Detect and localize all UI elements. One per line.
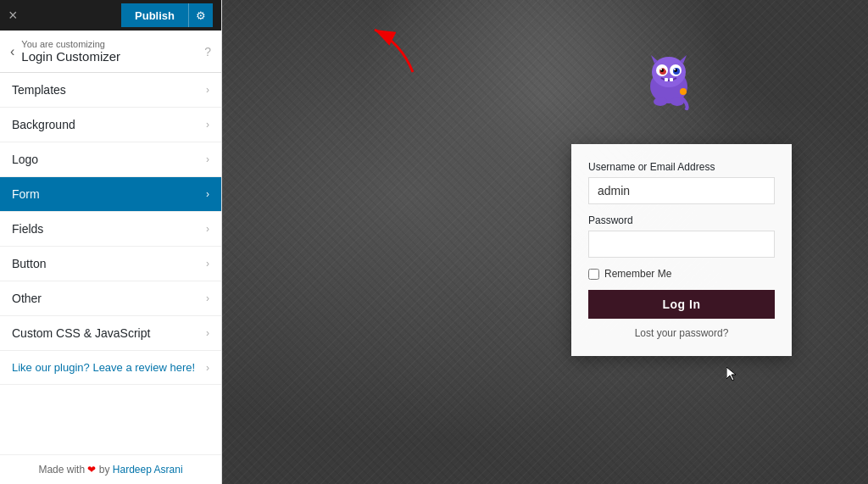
help-icon[interactable]: ? [204, 45, 211, 58]
menu-item-fields[interactable]: Fields › [0, 212, 221, 247]
sidebar-footer: Made with ❤ by Hardeep Asrani [0, 454, 221, 484]
remember-checkbox[interactable] [588, 269, 599, 280]
username-label: Username or Email Address [588, 161, 775, 173]
menu-label-css-js: Custom CSS & JavaScript [12, 326, 150, 340]
svg-point-16 [670, 97, 684, 106]
svg-point-12 [674, 69, 676, 70]
menu-label-background: Background [12, 118, 75, 131]
menu-label-form: Form [12, 187, 40, 201]
publish-group: Publish ⚙ [121, 3, 213, 27]
heart-icon: ❤ [87, 464, 96, 476]
customizing-label: You are customizing [21, 39, 120, 49]
menu-item-other[interactable]: Other › [0, 281, 221, 316]
menu-item-templates[interactable]: Templates › [0, 73, 221, 108]
customizing-title: Login Customizer [21, 49, 120, 64]
back-button[interactable]: ‹ [10, 44, 14, 59]
menu-label-button: Button [12, 257, 46, 270]
sidebar: × Publish ⚙ ‹ You are customizing Login … [0, 0, 222, 484]
footer-author-link[interactable]: Hardeep Asrani [113, 464, 183, 476]
menu-item-background[interactable]: Background › [0, 108, 221, 142]
chevron-icon-form: › [206, 188, 209, 200]
chevron-icon-fields: › [206, 223, 209, 235]
lost-password-row: Lost your password? [588, 327, 775, 339]
chevron-icon-plugin: › [206, 362, 209, 374]
svg-point-15 [654, 97, 667, 106]
customizing-header: ‹ You are customizing Login Customizer ? [0, 31, 221, 73]
chevron-icon-templates: › [206, 84, 209, 96]
chevron-icon-button: › [206, 258, 209, 270]
svg-rect-13 [665, 78, 668, 81]
publish-button[interactable]: Publish [121, 3, 188, 27]
login-panel: Username or Email Address Password Remem… [571, 144, 792, 356]
chevron-icon-background: › [206, 119, 209, 131]
menu-items: Templates › Background › Logo › Form › F… [0, 73, 221, 454]
menu-item-button[interactable]: Button › [0, 247, 221, 281]
plugin-link[interactable]: Like our plugin? Leave a review here! [12, 361, 195, 374]
chevron-icon-other: › [206, 292, 209, 304]
menu-label-templates: Templates [12, 83, 66, 97]
svg-point-11 [660, 69, 662, 70]
chevron-icon-css-js: › [206, 327, 209, 339]
menu-item-css-js[interactable]: Custom CSS & JavaScript › [0, 316, 221, 351]
customizing-left: ‹ You are customizing Login Customizer [10, 39, 120, 64]
footer-made-text: Made with [38, 464, 85, 476]
svg-rect-14 [670, 78, 673, 81]
menu-item-form[interactable]: Form › [0, 177, 221, 212]
top-bar: × Publish ⚙ [0, 0, 221, 31]
password-label: Password [588, 214, 775, 226]
password-input[interactable] [588, 231, 775, 258]
remember-me-row: Remember Me [588, 268, 775, 280]
menu-item-logo[interactable]: Logo › [0, 142, 221, 177]
menu-label-fields: Fields [12, 222, 43, 236]
menu-label-logo: Logo [12, 153, 38, 166]
plugin-link-row[interactable]: Like our plugin? Leave a review here! › [0, 351, 221, 385]
gear-button[interactable]: ⚙ [188, 3, 213, 27]
lost-password-link[interactable]: Lost your password? [635, 327, 729, 339]
menu-label-other: Other [12, 292, 42, 305]
main-content: Username or Email Address Password Remem… [222, 0, 868, 484]
username-input[interactable] [588, 177, 775, 204]
footer-by-text: by [99, 464, 110, 476]
close-button[interactable]: × [8, 8, 18, 23]
chevron-icon-logo: › [206, 153, 209, 165]
customizing-text: You are customizing Login Customizer [21, 39, 120, 64]
monster-mascot [639, 51, 698, 110]
remember-label: Remember Me [604, 268, 671, 280]
svg-point-17 [680, 88, 687, 95]
login-button[interactable]: Log In [588, 290, 775, 319]
